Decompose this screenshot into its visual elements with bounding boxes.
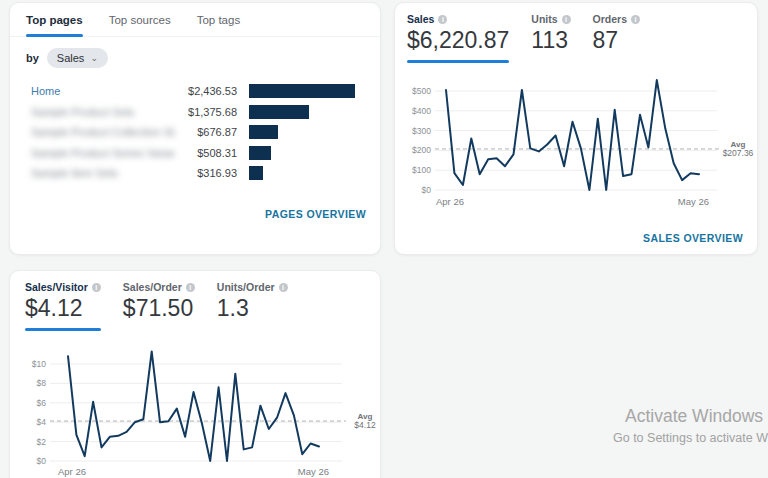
sales-bar [249, 125, 278, 139]
info-icon[interactable]: i [186, 283, 195, 292]
info-icon[interactable]: i [92, 283, 101, 292]
metric-label: Orders [593, 13, 627, 25]
sales-card: Salesi $6,220.87 Unitsi 113 Ordersi 87 $… [394, 2, 758, 255]
filter-row: by Sales ⌄ [10, 37, 380, 68]
page-link[interactable]: Sample Product Collection Starter Set [31, 126, 175, 138]
info-icon[interactable]: i [438, 15, 447, 24]
svg-text:$207.36: $207.36 [723, 148, 754, 158]
svg-text:$300: $300 [412, 126, 431, 136]
page-sales-value: $1,375.68 [175, 106, 237, 118]
sales-bar [249, 166, 263, 180]
daily-sales-line-chart: $0$100$200$300$400$500Avg$207.36Apr 26Ma… [395, 58, 759, 228]
sales-bar [249, 84, 355, 98]
metric-value: 87 [593, 27, 640, 54]
svg-text:$6: $6 [37, 398, 47, 408]
pages-overview-link[interactable]: PAGES OVERVIEW [265, 208, 366, 220]
metric-sales[interactable]: Salesi $6,220.87 [407, 13, 509, 63]
ratios-metrics: Sales/Visitori $4.12 Sales/Orderi $71.50… [10, 271, 380, 331]
metric-value: 113 [531, 27, 570, 54]
sales-bar [249, 146, 271, 160]
svg-text:$2: $2 [37, 437, 47, 447]
info-icon[interactable]: i [631, 15, 640, 24]
svg-text:$200: $200 [412, 145, 431, 155]
top-pages-list: Home $2,436.53 Sample Product Sets $1,37… [10, 81, 380, 184]
windows-activation-watermark: Activate Windows Go to Settings to activ… [613, 406, 768, 445]
metric-label: Units [531, 13, 557, 25]
table-row: Sample Item Sets $316.93 [10, 163, 380, 184]
sort-by-value: Sales [57, 52, 85, 64]
svg-text:Apr 26: Apr 26 [58, 466, 86, 477]
metric-units-per-order[interactable]: Units/Orderi 1.3 [217, 281, 288, 331]
page-sales-value: $508.31 [175, 147, 237, 159]
svg-text:$4: $4 [37, 417, 47, 427]
sales-bar [249, 105, 309, 119]
tab-top-sources[interactable]: Top sources [109, 3, 171, 36]
by-label: by [26, 52, 39, 64]
metric-value: $71.50 [123, 295, 195, 322]
info-icon[interactable]: i [279, 283, 288, 292]
page-sales-value: $2,436.53 [175, 85, 237, 97]
page-sales-value: $676.87 [175, 126, 237, 138]
tab-top-pages[interactable]: Top pages [26, 3, 83, 36]
svg-text:$0: $0 [37, 456, 47, 466]
svg-text:Apr 26: Apr 26 [436, 196, 464, 207]
sales-per-visitor-line-chart: $0$2$4$6$8$10Avg$4.12Apr 26May 26 [10, 329, 382, 478]
svg-text:May 26: May 26 [298, 466, 329, 477]
svg-text:$400: $400 [412, 106, 431, 116]
chevron-down-icon: ⌄ [90, 55, 98, 61]
svg-text:$4.12: $4.12 [354, 420, 376, 430]
table-row: Sample Product Sets $1,375.68 [10, 102, 380, 123]
metric-value: $6,220.87 [407, 27, 509, 54]
activate-windows-text: Activate Windows [625, 406, 768, 427]
info-icon[interactable]: i [562, 15, 571, 24]
table-row: Sample Product Series Variant $508.31 [10, 143, 380, 164]
svg-text:$500: $500 [412, 86, 431, 96]
metric-sales-per-visitor[interactable]: Sales/Visitori $4.12 [25, 281, 101, 331]
metric-orders[interactable]: Ordersi 87 [593, 13, 640, 63]
sales-overview-link[interactable]: SALES OVERVIEW [643, 232, 743, 244]
ratios-card: Sales/Visitori $4.12 Sales/Orderi $71.50… [9, 270, 381, 478]
metric-label: Sales/Visitor [25, 281, 88, 293]
page-link[interactable]: Sample Product Series Variant [31, 147, 175, 159]
sales-metrics: Salesi $6,220.87 Unitsi 113 Ordersi 87 [395, 3, 757, 63]
sort-by-dropdown[interactable]: Sales ⌄ [47, 48, 108, 68]
metric-label: Sales [407, 13, 434, 25]
svg-text:$0: $0 [422, 185, 432, 195]
svg-text:$100: $100 [412, 165, 431, 175]
top-pages-tabbar: Top pages Top sources Top tags [10, 3, 380, 37]
page-link[interactable]: Home [31, 85, 175, 97]
metric-value: 1.3 [217, 295, 288, 322]
table-row: Home $2,436.53 [10, 81, 380, 102]
top-pages-card: Top pages Top sources Top tags by Sales … [9, 2, 381, 255]
svg-text:May 26: May 26 [678, 196, 709, 207]
svg-text:$10: $10 [32, 359, 46, 369]
table-row: Sample Product Collection Starter Set $6… [10, 122, 380, 143]
metric-units[interactable]: Unitsi 113 [531, 13, 570, 63]
metric-value: $4.12 [25, 295, 101, 322]
page-link[interactable]: Sample Product Sets [31, 106, 175, 118]
metric-sales-per-order[interactable]: Sales/Orderi $71.50 [123, 281, 195, 331]
activate-windows-subtext: Go to Settings to activate W [613, 431, 768, 445]
page-sales-value: $316.93 [175, 167, 237, 179]
page-link[interactable]: Sample Item Sets [31, 167, 175, 179]
metric-label: Units/Order [217, 281, 275, 293]
svg-text:$8: $8 [37, 378, 47, 388]
tab-top-tags[interactable]: Top tags [197, 3, 240, 36]
metric-label: Sales/Order [123, 281, 182, 293]
